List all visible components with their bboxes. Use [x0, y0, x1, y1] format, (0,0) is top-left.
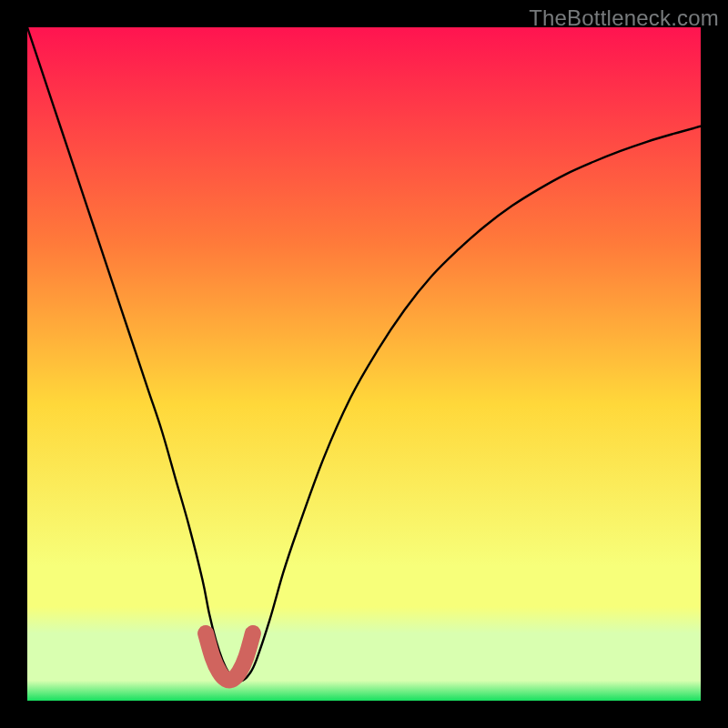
bottleneck-chart	[27, 27, 701, 701]
chart-frame: TheBottleneck.com	[0, 0, 728, 728]
plot-area	[27, 27, 701, 701]
gradient-background	[27, 27, 701, 701]
